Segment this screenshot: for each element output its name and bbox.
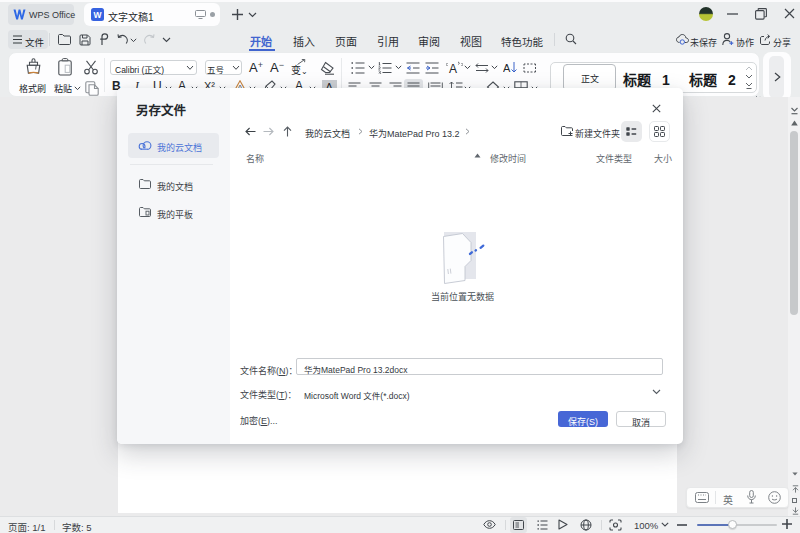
svg-text:A: A [503, 62, 511, 74]
svg-text:A: A [449, 62, 457, 75]
